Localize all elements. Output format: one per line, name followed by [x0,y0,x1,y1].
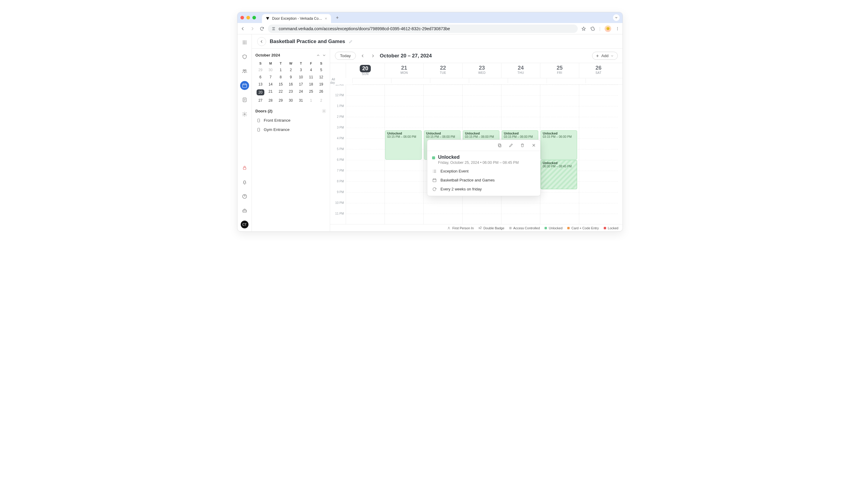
mini-cal-day[interactable]: 8 [276,74,286,81]
mini-cal-day[interactable]: 5 [316,66,326,74]
hour-cell[interactable] [346,95,385,106]
hour-cell[interactable] [346,128,385,139]
mini-cal-day[interactable]: 21 [266,88,276,97]
mini-cal-next-button[interactable] [322,53,326,57]
hour-cell[interactable] [579,117,618,128]
hour-cell[interactable] [579,128,618,139]
hour-cell[interactable] [501,106,540,117]
mini-cal-day[interactable]: 4 [306,66,316,74]
day-header[interactable]: 23WED [462,63,501,78]
calendar-event[interactable]: Unlocked03:15 PM – 06:00 PM [385,130,421,160]
mini-cal-day[interactable]: 6 [255,74,266,81]
hour-cell[interactable] [540,106,579,117]
hour-cell[interactable] [579,182,618,192]
hour-cell[interactable] [579,149,618,160]
mini-cal-day[interactable]: 30 [266,66,276,74]
calendar-event[interactable]: Unlocked06:00 PM – 08:45 PM [541,160,577,189]
hour-cell[interactable] [385,182,424,192]
mini-cal-day[interactable]: 16 [286,81,296,88]
hour-cell[interactable] [346,139,385,149]
rail-lockdown-button[interactable] [240,163,249,172]
range-next-button[interactable] [370,54,376,58]
hour-cell[interactable] [424,106,462,117]
door-list-item[interactable]: Front Entrance [255,116,326,125]
mini-cal-day[interactable]: 1 [276,66,286,74]
day-header[interactable]: 25FRI [540,63,579,78]
hour-cell[interactable] [346,182,385,192]
hour-cell[interactable] [385,214,424,224]
hour-cell[interactable] [385,106,424,117]
mini-cal-day[interactable]: 24 [296,88,306,97]
day-header[interactable]: 26SAT [579,63,618,78]
mini-cal-day[interactable]: 2 [316,97,326,104]
nav-reload-button[interactable] [260,26,264,31]
hour-cell[interactable] [579,171,618,182]
mini-cal-day[interactable]: 19 [316,81,326,88]
site-info-icon[interactable] [272,27,276,31]
hour-cell[interactable] [579,203,618,214]
mini-cal-day[interactable]: 29 [276,97,286,104]
rail-cameras-button[interactable] [240,52,249,61]
hour-cell[interactable] [424,85,462,95]
hour-cell[interactable] [540,117,579,128]
hour-cell[interactable] [501,214,540,224]
popover-delete-button[interactable] [520,143,525,148]
mini-cal-day[interactable]: 28 [266,97,276,104]
mini-cal-day[interactable]: 9 [286,74,296,81]
hour-cell[interactable] [346,192,385,203]
hour-cell[interactable] [346,203,385,214]
mini-cal-day[interactable]: 17 [296,81,306,88]
hour-cell[interactable] [501,203,540,214]
day-header[interactable]: 20SUN [346,63,385,78]
window-close-button[interactable] [240,16,244,19]
bookmark-button[interactable] [581,26,586,31]
calendar-scroll-area[interactable]: 11 AM12 PM1 PM2 PM3 PM4 PM5 PM6 PM7 PM8 … [330,85,622,224]
window-minimize-button[interactable] [246,16,250,19]
browser-tab[interactable]: Door Exception - Verkada Co… [262,14,331,23]
mini-cal-day[interactable]: 23 [286,88,296,97]
mini-cal-day[interactable]: 30 [286,97,296,104]
tab-close-icon[interactable] [325,17,327,20]
hour-cell[interactable] [346,214,385,224]
hour-cell[interactable] [462,203,501,214]
hour-cell[interactable] [579,95,618,106]
hour-cell[interactable] [501,85,540,95]
allday-cell[interactable] [508,78,547,83]
mini-cal-day[interactable]: 12 [316,74,326,81]
hour-cell[interactable] [579,106,618,117]
hour-cell[interactable] [540,192,579,203]
add-button[interactable]: Add [592,52,618,60]
popover-close-button[interactable] [531,143,536,148]
hour-cell[interactable] [462,117,501,128]
range-prev-button[interactable] [359,54,366,58]
day-header[interactable]: 22TUE [424,63,462,78]
profile-avatar[interactable]: 🙂 [605,25,611,32]
today-button[interactable]: Today [335,52,356,60]
mini-cal-day[interactable]: 14 [266,81,276,88]
mini-cal-day[interactable]: 7 [266,74,276,81]
nav-forward-button[interactable] [250,26,255,31]
user-avatar-button[interactable]: CT [241,221,248,228]
new-tab-button[interactable] [333,14,341,21]
mini-cal-day[interactable]: 29 [255,66,266,74]
hour-cell[interactable] [540,85,579,95]
hour-cell[interactable] [579,214,618,224]
hour-cell[interactable] [346,171,385,182]
popover-edit-button[interactable] [508,143,513,148]
allday-cell[interactable] [391,78,430,83]
rail-toolbox-button[interactable] [240,206,249,215]
mini-cal-day[interactable]: 20 [255,88,266,97]
hour-cell[interactable] [540,95,579,106]
hour-cell[interactable] [579,160,618,171]
hour-cell[interactable] [579,139,618,149]
rail-settings-button[interactable] [240,110,249,119]
hour-cell[interactable] [540,203,579,214]
doors-settings-button[interactable] [322,109,326,113]
browser-menu-button[interactable] [615,27,620,31]
hour-cell[interactable] [501,95,540,106]
mini-cal-day[interactable]: 31 [296,97,306,104]
hour-cell[interactable] [385,85,424,95]
mini-cal-day[interactable]: 22 [276,88,286,97]
day-header[interactable]: 24THU [501,63,540,78]
hour-cell[interactable] [346,106,385,117]
